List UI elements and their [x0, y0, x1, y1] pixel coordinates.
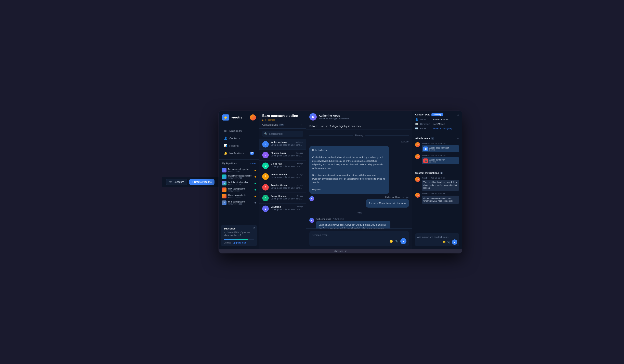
company-label: Company	[420, 123, 431, 125]
contact-data-section: Contact Data Follow up ▲ 👤 Name Katherin…	[412, 111, 462, 134]
add-attachment-button[interactable]: ＋	[456, 136, 459, 140]
pipeline-amount: Amount: $825	[228, 190, 253, 192]
sidebar-item-dashboard[interactable]: ⊞ Dashboard	[220, 127, 258, 134]
conversation-item[interactable]: K Katherine Moss 20min ago Lorem ipsum d…	[260, 139, 306, 150]
conversation-content: Mollie Hall 1hr ago Lorem ipsum dolor si…	[271, 162, 303, 168]
message-timestamp: 11:40am	[309, 141, 409, 143]
chat-toolbar: 😊 📎 ➤	[312, 238, 406, 244]
attachment-user-avatar: JD	[415, 142, 420, 147]
message-bubble: Sapa sit amet for we bodi. As we dey wak…	[316, 221, 390, 228]
emoji-icon[interactable]: 😊	[390, 240, 393, 243]
add-instruction-button[interactable]: ＋	[456, 171, 459, 175]
pipeline-name: Bezo outreach pipeline	[228, 168, 253, 170]
pipeline-item[interactable]: B Bezo outreach pipeline Amount: $3,750	[222, 167, 256, 174]
subscribe-text: You've used 80% of your free token. Need…	[224, 231, 254, 237]
pipeline-item[interactable]: F Flutterwave sales pipeline Amount: $71…	[222, 174, 256, 180]
reports-icon: 📊	[224, 144, 227, 147]
pipeline-amount: Amount: $17,810	[228, 183, 253, 185]
sidebar-logo: ⚡ wootiv	[219, 111, 259, 124]
progress-fill	[224, 239, 248, 240]
pipeline-status-dot	[255, 189, 256, 190]
configure-button[interactable]: </> Configure	[166, 179, 187, 185]
conversation-content: Rosalee Melvin 2hr ago Lorem ipsum dolor…	[271, 184, 303, 189]
search-input[interactable]	[269, 133, 301, 135]
subscribe-close-button[interactable]: ✕	[253, 227, 255, 229]
pipeline-item[interactable]: W Websites lead pipeline Amount: $17,810	[222, 180, 256, 186]
create-pipeline-button[interactable]: + Create Pipeline	[189, 179, 214, 185]
configure-label: Configure	[174, 181, 184, 183]
pipeline-info: Flutterwave sales pipeline Amount: $71,4…	[228, 175, 253, 179]
sidebar-item-label: Contacts	[229, 137, 240, 140]
emoji-icon[interactable]: 😊	[442, 241, 446, 244]
more-options-icon[interactable]: ⋮	[300, 123, 303, 126]
pipeline-thumb: F	[222, 175, 227, 179]
attachment-content: John Doe Mar 13, 02:20 pm 🎬 Wootiv demo.…	[422, 154, 459, 164]
add-pipeline-button[interactable]: + Add	[250, 162, 256, 165]
upgrade-button[interactable]: Upgrade plan	[233, 242, 246, 244]
conversation-preview: Lorem ipsum dolor sit amet consec...	[271, 208, 303, 211]
conversation-avatar: M	[262, 162, 269, 169]
pipelines-header: My Pipelines + Add	[222, 162, 256, 165]
email-value: katherine.moss@pay...	[433, 127, 454, 130]
progress-bar	[224, 239, 254, 240]
day-divider-today: Today	[309, 212, 409, 214]
conversation-item[interactable]: O Phoenix Baker 5min ago Lorem ipsum dol…	[260, 150, 306, 160]
attachments-section: Attachments 2 ＋ JD John Doe Mar 13, 02:2…	[412, 134, 462, 169]
collapse-icon[interactable]: ▲	[457, 113, 459, 116]
conversation-preview: Lorem ipsum dolor sit amet consectetur.	[271, 144, 303, 146]
instruction-text: This candidate is unique, so ask them ab…	[422, 180, 459, 191]
pipeline-name: Hubtel hiring pipeline	[228, 194, 253, 196]
right-input-area: 😊 📎 ➤	[412, 231, 462, 249]
conversation-item[interactable]: M Mollie Hall 1hr ago Lorem ipsum dolor …	[260, 160, 306, 171]
send-button[interactable]: ➤	[400, 238, 406, 244]
dismiss-button[interactable]: Dismiss	[224, 242, 231, 244]
person-icon: 👤	[415, 118, 418, 121]
pipeline-status-dot	[255, 170, 256, 171]
conversation-item[interactable]: R Rosalee Melvin 2hr ago Lorem ipsum dol…	[260, 182, 306, 193]
sidebar-item-reports[interactable]: 📊 Reports	[220, 142, 258, 149]
right-toolbar: 😊 📎 ➤	[417, 239, 457, 245]
message-sender: Katherine Moss	[316, 218, 331, 220]
sidebar: ⚡ wootiv ⊞ Dashboard 👤 Contacts 📊 Report…	[219, 111, 260, 249]
conversation-item[interactable]: A Analah Whitten 2hr ago Lorem ipsum dol…	[260, 171, 306, 182]
conversations-panel: Bezo outreach pipeline In Progress Conve…	[260, 111, 306, 249]
pipeline-item[interactable]: H Hubtel hiring pipeline Amount: $9,865	[222, 193, 256, 200]
conversation-preview: Lorem ipsum dolor sit amet consectetur.	[271, 187, 303, 189]
right-send-button[interactable]: ➤	[452, 239, 457, 245]
contacts-icon: 👤	[224, 136, 227, 140]
pipeline-item[interactable]: N New users pipeline Amount: $825	[222, 186, 256, 193]
pipeline-info: MFS sales pipeline Amount: $41,500	[228, 201, 253, 205]
chat-input[interactable]	[312, 234, 406, 237]
conversations-list: K Katherine Moss 20min ago Lorem ipsum d…	[260, 139, 306, 249]
message-sender: Katherine Moss	[385, 196, 400, 198]
attachment-icon[interactable]: 📎	[447, 241, 450, 244]
pipeline-amount: Amount: $3,750	[228, 170, 253, 172]
conversation-time: 2hr ago	[297, 174, 303, 176]
subscribe-box: ✕ Subscribe You've used 80% of your free…	[221, 225, 257, 246]
pipeline-amount: Amount: $9,865	[228, 196, 253, 198]
chat-contact-avatar: K	[309, 113, 317, 120]
sidebar-item-notifications[interactable]: 🔔 Notifications 10	[220, 150, 258, 157]
conversation-avatar: R	[262, 184, 269, 190]
conversation-time: 5min ago	[296, 152, 303, 154]
email-label: Email	[420, 127, 431, 130]
sidebar-item-contacts[interactable]: 👤 Contacts	[220, 135, 258, 142]
message-time: 03:12pm	[402, 196, 409, 198]
message-time: Today 2:20pm	[333, 218, 344, 220]
attachment-icon[interactable]: 📎	[395, 240, 398, 243]
pipeline-name: Flutterwave sales pipeline	[228, 175, 253, 177]
conversation-item[interactable]: K Koray Okumus 4hr ago Lorem ipsum dolor…	[260, 193, 306, 204]
avatar[interactable]	[250, 114, 256, 120]
pipeline-name: MFS sales pipeline	[228, 201, 253, 203]
chat-header: K Katherine Moss katherine.moss@example.…	[306, 111, 412, 123]
pipeline-item[interactable]: M MFS sales pipeline Amount: $41,500	[222, 200, 256, 206]
dashboard-icon: ⊞	[224, 129, 227, 132]
attachment-file[interactable]: 🎬 Wootiv demo.mp4 73.5 MB	[422, 157, 459, 164]
attachment-file[interactable]: 📄 Wootiv case study.pdf 1.2 MB	[422, 145, 459, 152]
status-dot	[262, 119, 263, 121]
conversation-content: Eva Bond 4hr ago Lorem ipsum dolor sit a…	[271, 205, 303, 211]
conversation-preview: Lorem ipsum dolor sit amet consectetur.	[271, 155, 303, 157]
right-input[interactable]	[417, 236, 457, 238]
conversation-name: Mollie Hall	[271, 162, 282, 165]
conversation-item[interactable]: E Eva Bond 4hr ago Lorem ipsum dolor sit…	[260, 204, 306, 214]
